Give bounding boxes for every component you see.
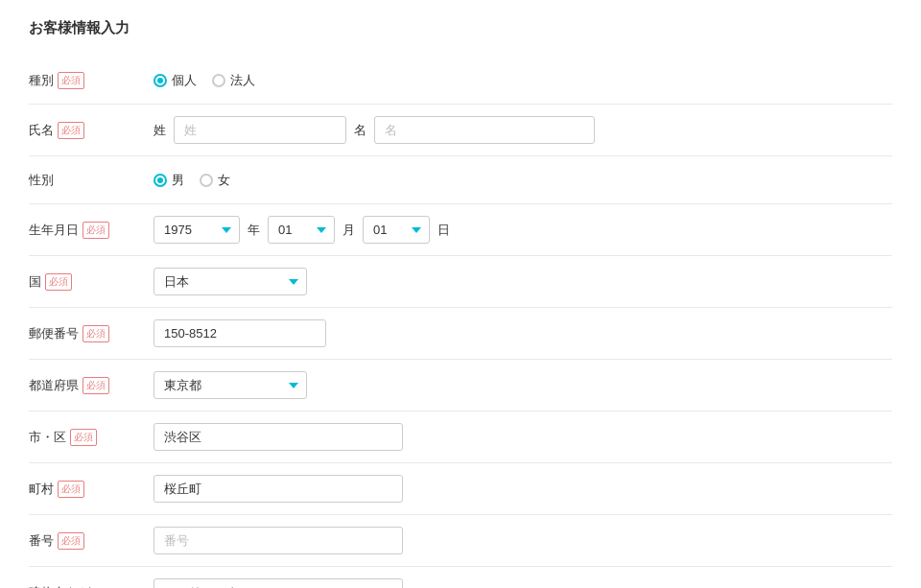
prefecture-field: 東京都 北海道 大阪府 神奈川県 愛知県 福岡県 [154,371,892,399]
building-field [154,578,892,588]
country-field: 日本 アメリカ 中国 韓国 その他 [154,268,892,295]
town-required: 必須 [58,481,84,498]
type-label: 種別 必須 [29,72,154,89]
town-input[interactable] [154,475,403,503]
postal-required: 必須 [83,325,109,342]
birthdate-label: 生年月日 必須 [29,222,154,239]
banchi-label: 番号 必須 [29,532,154,550]
postal-label: 郵便番号 必須 [29,325,154,342]
city-field [154,423,892,451]
banchi-input[interactable] [154,527,403,554]
birthdate-required: 必須 [83,222,109,239]
building-label: 建物名など [29,584,154,589]
building-row: 建物名など [29,567,892,588]
first-name-label: 名 [354,122,366,139]
name-row: 氏名 必須 姓 名 [29,105,892,156]
birth-month-select[interactable]: 01 02 03 [268,216,335,244]
type-kojin-radio[interactable] [154,74,167,87]
type-required: 必須 [58,72,84,89]
country-row: 国 必須 日本 アメリカ 中国 韓国 その他 [29,256,892,308]
postal-input[interactable] [154,319,326,347]
country-label: 国 必須 [29,273,154,291]
city-label: 市・区 必須 [29,429,154,446]
type-row: 種別 必須 個人 法人 [29,57,892,105]
last-name-label: 姓 [154,122,166,139]
name-label: 氏名 必須 [29,122,154,139]
gender-male-radio[interactable] [154,174,167,187]
banchi-field [154,527,892,554]
country-select[interactable]: 日本 アメリカ 中国 韓国 その他 [154,268,307,295]
type-kojin-option[interactable]: 個人 [154,72,197,89]
country-required: 必須 [45,273,72,291]
birth-year-select[interactable]: 1975 1974 1973 1976 [154,216,240,244]
prefecture-select[interactable]: 東京都 北海道 大阪府 神奈川県 愛知県 福岡県 [154,371,307,399]
gender-male-label: 男 [172,172,184,189]
town-field [154,475,892,503]
gender-female-label: 女 [218,172,230,189]
name-field: 姓 名 [154,116,892,144]
banchi-required: 必須 [58,532,84,550]
gender-female-radio[interactable] [200,174,213,187]
birthdate-row: 生年月日 必須 1975 1974 1973 1976 年 01 02 03 月… [29,204,892,256]
month-unit: 月 [342,222,355,239]
gender-label: 性別 [29,172,154,189]
gender-field: 男 女 [154,172,892,189]
type-field: 個人 法人 [154,72,892,89]
year-unit: 年 [248,222,260,239]
gender-row: 性別 男 女 [29,156,892,204]
first-name-input[interactable] [374,116,595,144]
last-name-input[interactable] [174,116,346,144]
prefecture-required: 必須 [83,377,109,394]
postal-field [154,319,892,347]
type-hojin-label: 法人 [230,72,255,89]
gender-female-option[interactable]: 女 [200,172,230,189]
name-required: 必須 [58,122,84,139]
type-hojin-option[interactable]: 法人 [212,72,255,89]
day-unit: 日 [437,222,450,239]
city-required: 必須 [70,429,97,446]
page-title: お客様情報入力 [29,19,892,37]
prefecture-row: 都道府県 必須 東京都 北海道 大阪府 神奈川県 愛知県 福岡県 [29,360,892,412]
city-row: 市・区 必須 [29,412,892,463]
postal-row: 郵便番号 必須 [29,308,892,360]
gender-male-option[interactable]: 男 [154,172,184,189]
city-input[interactable] [154,423,403,451]
building-input[interactable] [154,578,403,588]
banchi-row: 番号 必須 [29,515,892,567]
prefecture-label: 都道府県 必須 [29,377,154,394]
customer-form: 種別 必須 個人 法人 氏名 必須 姓 名 性別 [29,57,892,588]
type-hojin-radio[interactable] [212,74,225,87]
town-label: 町村 必須 [29,481,154,498]
birthdate-field: 1975 1974 1973 1976 年 01 02 03 月 01 02 0… [154,216,892,244]
type-kojin-label: 個人 [172,72,197,89]
town-row: 町村 必須 [29,463,892,515]
birth-day-select[interactable]: 01 02 03 [363,216,430,244]
